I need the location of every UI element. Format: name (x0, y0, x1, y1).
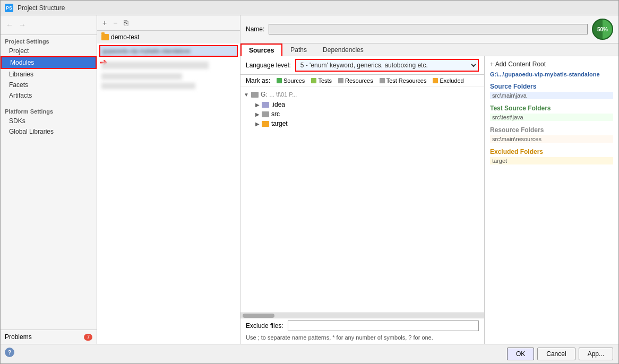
add-content-root[interactable]: + Add Content Root (490, 60, 613, 68)
resources-mark-label: Resources (345, 77, 373, 84)
center-panel: + − ⎘ demo-test gupaoedu-vip-mybatis-sta… (97, 15, 240, 344)
main-content: ← → Project Settings Project Modules ➜ L… (1, 15, 618, 344)
center-toolbar: + − ⎘ (97, 15, 240, 31)
tabs-bar: Sources Paths Dependencies (240, 44, 618, 56)
mark-resources[interactable]: Resources (338, 77, 373, 84)
tree-root[interactable]: ▼ G: ... \f\01 P... (240, 89, 484, 100)
excluded-entry-0: target (490, 157, 613, 164)
module-sub-item-2 (97, 72, 240, 81)
sidebar-item-sdks[interactable]: SDKs (1, 116, 97, 126)
sidebar-item-global-libraries[interactable]: Global Libraries (1, 126, 97, 137)
scrollbar-thumb[interactable] (243, 314, 274, 318)
language-select[interactable]: 5 - 'enum' keyword, generics, autoboxing… (295, 59, 479, 72)
tree-root-suffix: ... \f\01 P... (270, 91, 297, 98)
sidebar: ← → Project Settings Project Modules ➜ L… (1, 15, 97, 344)
cancel-button[interactable]: Cancel (537, 348, 575, 360)
exclude-bar: Exclude files: (240, 318, 484, 333)
help-button[interactable]: ? (5, 348, 14, 357)
resource-entry-0: src\main\resources (490, 135, 613, 143)
resource-title: Resource Folders (490, 126, 613, 134)
sources-mark-label: Sources (283, 77, 305, 84)
name-input[interactable] (269, 24, 588, 34)
mark-as-bar: Mark as: Sources Tests Resources (240, 75, 484, 87)
target-folder-icon (262, 121, 269, 127)
test-source-title: Test Source Folders (490, 105, 613, 112)
tree-item-idea[interactable]: ▶ .idea (240, 100, 484, 109)
sidebar-item-facets[interactable]: Facets (1, 80, 97, 90)
tree-item-src[interactable]: ▶ src (240, 109, 484, 119)
tree-root-label: G: (261, 91, 268, 98)
sidebar-item-modules[interactable]: Modules ➜ (1, 56, 97, 69)
file-tree-panel: Language level: 5 - 'enum' keyword, gene… (240, 56, 485, 344)
exclude-hint: Use ; to separate name patterns, * for a… (240, 333, 484, 344)
root-chevron: ▼ (244, 92, 249, 98)
project-settings-header: Project Settings (1, 35, 97, 46)
idea-chevron: ▶ (255, 102, 260, 108)
file-tree: ▼ G: ... \f\01 P... ▶ .idea ▶ (240, 87, 484, 313)
tab-dependencies[interactable]: Dependencies (315, 44, 372, 56)
src-chevron: ▶ (255, 111, 260, 117)
exclude-label: Exclude files: (246, 322, 283, 330)
test-source-entry-0: src\test\java (490, 114, 613, 121)
module-name: demo-test (111, 33, 139, 41)
tab-paths[interactable]: Paths (282, 44, 315, 56)
target-chevron: ▶ (255, 121, 260, 127)
excluded-section: Excluded Folders target (490, 148, 613, 164)
resources-dot (338, 78, 343, 83)
mark-tests[interactable]: Tests (311, 77, 332, 84)
mark-as-label: Mark as: (246, 77, 270, 84)
problems-label: Problems (5, 333, 32, 341)
info-panel: + Add Content Root G:\...\gupaoedu-vip-m… (485, 56, 618, 344)
test-resources-mark-label: Test Resources (386, 77, 427, 84)
mark-sources[interactable]: Sources (277, 77, 305, 84)
ok-button[interactable]: OK (507, 348, 534, 360)
root-folder-icon (251, 92, 259, 98)
right-panel: Name: 50% Sources Paths Dependencies (240, 15, 618, 344)
sidebar-item-libraries[interactable]: Libraries (1, 69, 97, 80)
title-bar: PS Project Structure (1, 1, 618, 15)
content-area: Language level: 5 - 'enum' keyword, gene… (240, 56, 618, 344)
progress-indicator: 50% (592, 19, 613, 40)
source-folders-section: Source Folders src\main\java (490, 83, 613, 99)
selected-module[interactable]: gupaoedu-vip-mybatis-standalone (99, 45, 238, 57)
name-bar: Name: 50% (240, 15, 618, 44)
bottom-bar: OK Cancel App... (1, 344, 618, 363)
tab-sources[interactable]: Sources (240, 44, 282, 56)
mark-test-resources[interactable]: Test Resources (380, 77, 427, 84)
remove-button[interactable]: − (111, 18, 119, 28)
tree-item-target[interactable]: ▶ target (240, 119, 484, 128)
forward-arrow[interactable]: → (16, 20, 28, 30)
mark-excluded[interactable]: Excluded (433, 77, 463, 84)
horizontal-scrollbar[interactable] (240, 313, 484, 318)
apply-button[interactable]: App... (579, 348, 613, 360)
test-resources-dot (380, 78, 385, 83)
nav-top: ← → (1, 15, 97, 35)
source-folder-entry-0: src\main\java (490, 92, 613, 99)
window-title: Project Structure (18, 4, 65, 12)
excluded-title: Excluded Folders (490, 148, 613, 155)
problems-section[interactable]: Problems 7 (1, 330, 97, 344)
language-label: Language level: (246, 62, 291, 69)
tests-mark-label: Tests (318, 77, 332, 84)
tree-item-src-label: src (271, 110, 280, 118)
copy-button[interactable]: ⎘ (122, 18, 130, 28)
test-source-section: Test Source Folders src\test\java (490, 105, 613, 121)
module-item-demo-test[interactable]: demo-test (97, 31, 240, 44)
problems-badge: 7 (84, 334, 92, 341)
excluded-dot (433, 78, 438, 83)
language-bar: Language level: 5 - 'enum' keyword, gene… (240, 56, 484, 75)
project-structure-window: PS Project Structure ← → Project Setting… (0, 0, 619, 364)
app-icon: PS (5, 4, 13, 12)
module-sub-item-3 (97, 81, 240, 91)
back-arrow[interactable]: ← (4, 20, 15, 30)
sidebar-item-project[interactable]: Project (1, 46, 97, 56)
content-root-path: G:\...\gupaoedu-vip-mybatis-standalone (490, 71, 613, 77)
name-label: Name: (246, 25, 264, 33)
sidebar-item-artifacts[interactable]: Artifacts (1, 90, 97, 101)
exclude-input[interactable] (288, 320, 479, 331)
src-folder-icon (262, 111, 269, 117)
tests-dot (311, 78, 316, 83)
nav-arrows: ← → (1, 18, 97, 32)
source-folders-title: Source Folders (490, 83, 613, 90)
add-button[interactable]: + (100, 18, 109, 28)
